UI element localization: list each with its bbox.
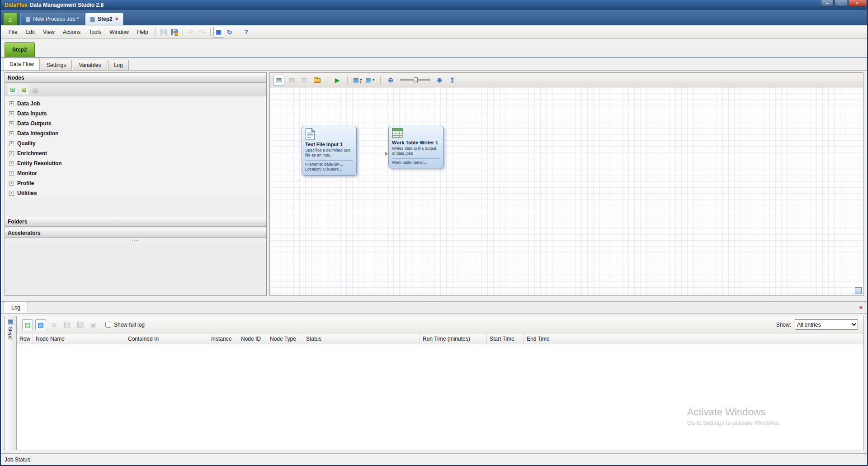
node-text-file-input-1[interactable]: Text File Input 1 Specifies a delimited … xyxy=(302,126,357,176)
subtab-label: Data Flow xyxy=(9,61,34,67)
tab-data-flow[interactable]: Data Flow xyxy=(4,58,40,70)
expand-icon[interactable]: + xyxy=(9,111,14,116)
email-log-button[interactable]: ✉ xyxy=(48,319,59,330)
expand-icon[interactable]: + xyxy=(9,141,14,146)
expand-icon[interactable]: + xyxy=(9,161,14,166)
log-tab[interactable]: Log xyxy=(4,302,28,313)
redo-button[interactable]: ↷ xyxy=(197,27,208,38)
log-table-body[interactable]: Activate Windows Go to Settings to activ… xyxy=(17,344,863,450)
run-job-window-button[interactable]: ▣ xyxy=(213,27,224,38)
tree-item-data-integration[interactable]: +Data Integration xyxy=(7,128,266,138)
nodes-panel-header[interactable]: Nodes xyxy=(5,73,266,83)
insert-node-button[interactable]: ⊞ xyxy=(19,85,29,95)
job-tab-step2[interactable]: Step2 xyxy=(5,42,35,57)
zoom-slider-thumb[interactable] xyxy=(414,77,418,83)
menu-actions[interactable]: Actions xyxy=(59,27,85,38)
expand-icon[interactable]: + xyxy=(9,151,14,156)
column-node-name[interactable]: Node Name xyxy=(33,333,125,344)
show-full-log-checkbox[interactable] xyxy=(105,322,111,328)
menu-file[interactable]: File xyxy=(5,27,21,38)
tree-item-monitor[interactable]: +Monitor xyxy=(7,168,266,178)
tree-item-data-inputs[interactable]: +Data Inputs xyxy=(7,109,266,119)
home-button[interactable]: ⌂ xyxy=(3,13,18,25)
data-viewer-button[interactable]: ▤ xyxy=(286,75,297,86)
tab-settings[interactable]: Settings xyxy=(41,60,72,70)
column-instance[interactable]: Instance xyxy=(208,333,238,344)
column-node-id[interactable]: Node ID xyxy=(238,333,267,344)
menu-help[interactable]: Help xyxy=(133,27,152,38)
tab-variables[interactable]: Variables xyxy=(73,60,107,70)
column-row[interactable]: Row xyxy=(17,333,33,344)
menu-view[interactable]: View xyxy=(39,27,59,38)
expand-icon[interactable]: + xyxy=(9,191,14,196)
save-log-as-button[interactable] xyxy=(75,319,85,330)
log-side-tab-step2[interactable]: ▦ Step2 xyxy=(4,316,16,450)
column-end-time[interactable]: End Time xyxy=(524,333,569,344)
flow-connector[interactable] xyxy=(358,154,388,154)
expand-icon[interactable]: + xyxy=(9,171,14,176)
help-button[interactable]: ? xyxy=(241,27,252,38)
menu-window[interactable]: Window xyxy=(105,27,133,38)
tab-label: Step2 xyxy=(98,16,113,22)
tab-step2[interactable]: ▦ Step2 × xyxy=(85,13,123,25)
add-node-button[interactable]: ⊞ xyxy=(8,85,18,95)
column-contained-in[interactable]: Contained In xyxy=(125,333,208,344)
column-node-type[interactable]: Node Type xyxy=(267,333,303,344)
tree-item-data-outputs[interactable]: +Data Outputs xyxy=(7,119,266,128)
dropdown-icon: ▼ xyxy=(372,78,375,81)
export-log-button[interactable]: ▤ xyxy=(22,319,33,330)
save-button[interactable] xyxy=(158,27,169,38)
job-status-label: Job Status: xyxy=(5,456,32,463)
tab-new-process-job[interactable]: ▦ New Process Job * xyxy=(20,13,84,25)
export-button[interactable]: ▤ xyxy=(274,75,284,86)
toolbar-separator xyxy=(380,76,381,84)
accelerators-panel-header[interactable]: Accelerators xyxy=(5,228,266,238)
details-button[interactable]: ▥ xyxy=(299,75,310,86)
zoom-out-button[interactable]: ⊖ xyxy=(385,75,396,86)
folders-panel-header[interactable]: Folders xyxy=(5,217,266,227)
menu-edit[interactable]: Edit xyxy=(21,27,39,38)
column-start-time[interactable]: Start Time xyxy=(487,333,524,344)
close-button[interactable]: × xyxy=(848,0,866,7)
tree-item-quality[interactable]: +Quality xyxy=(7,138,266,148)
tab-close-icon[interactable]: × xyxy=(115,16,118,22)
tree-item-enrichment[interactable]: +Enrichment xyxy=(7,148,266,158)
panel-resize-handle[interactable]: ···· xyxy=(5,238,266,243)
show-entries-select[interactable]: All entries xyxy=(795,319,858,330)
zoom-slider[interactable] xyxy=(400,79,430,81)
delete-node-button[interactable]: ▦×▼ xyxy=(352,75,363,86)
expand-icon[interactable]: + xyxy=(9,181,14,186)
tab-log[interactable]: Log xyxy=(108,60,129,70)
print-log-button[interactable]: ▣ xyxy=(88,319,99,330)
save-as-button[interactable] xyxy=(169,27,180,38)
expand-icon[interactable]: + xyxy=(9,101,14,106)
connect-node-button[interactable]: ▦ xyxy=(30,85,40,95)
view-log-button[interactable]: ▤ xyxy=(35,319,46,330)
column-status[interactable]: Status xyxy=(303,333,420,344)
node-work-table-writer-1[interactable]: Work Table Writer 1 Writes data to the o… xyxy=(388,126,443,168)
document-tabstrip: ⌂ ▦ New Process Job * ▦ Step2 × xyxy=(1,10,867,25)
reset-view-button[interactable]: ↥ xyxy=(447,75,458,86)
new-folder-button[interactable] xyxy=(311,75,322,86)
menu-tools[interactable]: Tools xyxy=(85,27,105,38)
minimize-button[interactable]: ─ xyxy=(821,0,834,7)
horizontal-splitter[interactable]: ···· xyxy=(1,296,867,301)
zoom-in-button[interactable]: ⊕ xyxy=(434,75,445,86)
refresh-button[interactable]: ↻ xyxy=(224,27,235,38)
column-run-time[interactable]: Run Time (minutes) xyxy=(420,333,487,344)
save-log-button[interactable] xyxy=(61,319,72,330)
maximize-button[interactable]: □ xyxy=(835,0,847,7)
tree-item-data-job[interactable]: +Data Job xyxy=(7,99,266,109)
text-file-icon xyxy=(305,128,315,140)
tree-item-profile[interactable]: +Profile xyxy=(7,178,266,188)
insert-node-menu-button[interactable]: ▦▼ xyxy=(365,75,376,86)
run-job-button[interactable]: ▶ xyxy=(332,75,343,86)
tree-item-entity-resolution[interactable]: +Entity Resolution xyxy=(7,158,266,168)
expand-icon[interactable]: + xyxy=(9,131,14,136)
canvas-resize-grip[interactable] xyxy=(855,287,862,294)
log-close-icon[interactable]: × xyxy=(859,304,863,311)
flow-canvas[interactable]: Text File Input 1 Specifies a delimited … xyxy=(270,87,863,295)
expand-icon[interactable]: + xyxy=(9,121,14,126)
undo-button[interactable]: ↶ xyxy=(186,27,197,38)
tree-item-utilities[interactable]: +Utilities xyxy=(7,188,266,198)
